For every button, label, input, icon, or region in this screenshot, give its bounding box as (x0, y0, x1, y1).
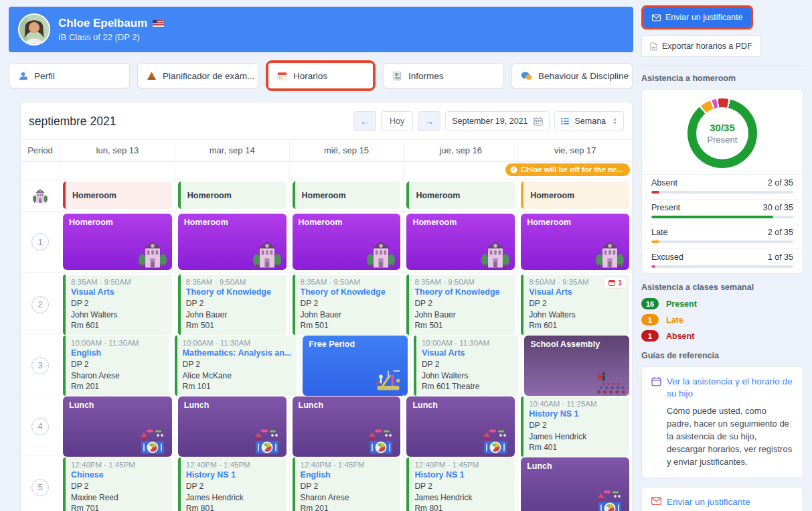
class-card[interactable]: 8:35AM - 9:50AMVisual ArtsDP 2John Walte… (63, 275, 172, 335)
class-group: DP 2 (71, 298, 167, 309)
subject-link[interactable]: Visual Arts (71, 287, 167, 297)
subject-link[interactable]: Mathematics: Analysis an... (183, 348, 292, 358)
class-card[interactable]: 12:40PM - 1:45PMHistory NS 1DP 2James He… (406, 457, 515, 511)
tab-horarios[interactable]: Horarios (268, 63, 373, 88)
event-card-lunch[interactable]: Lunch (406, 396, 515, 457)
class-room: Rm 501 (414, 320, 509, 332)
day-cell: 10:40AM - 11:25AMHistory NS 1DP 2James H… (517, 394, 632, 459)
event-card-lunch[interactable]: Lunch (521, 457, 629, 511)
envelope-icon (652, 14, 661, 21)
period-row-2: 28:35AM - 9:50AMVisual ArtsDP 2John Walt… (21, 272, 632, 333)
period-row-4: 4LunchLunchLunchLunch10:40AM - 11:25AMHi… (21, 394, 632, 455)
period-row-5: 512:40PM - 1:45PMChineseDP 2Maxine ReedR… (21, 455, 632, 511)
class-group: DP 2 (301, 298, 396, 309)
class-teacher: John Bauer (186, 309, 281, 321)
export-pdf-button[interactable]: Exportar horarios a PDF (641, 35, 761, 57)
class-time: 12:40PM - 1:45PM (414, 461, 509, 469)
date-picker[interactable]: September 19, 2021 (445, 111, 549, 131)
lunch-illustration (480, 429, 511, 455)
subject-link[interactable]: English (71, 348, 163, 358)
class-card[interactable]: 10:00AM - 11:30AMMathematics: Analysis a… (175, 336, 297, 396)
tab-label: Horarios (293, 71, 327, 81)
event-card-school-assembly[interactable]: School Assembly (524, 336, 629, 396)
off-notice-banner[interactable]: Chloe will be off for the ne... (505, 163, 630, 176)
class-time: 10:00AM - 11:30AM (422, 339, 513, 347)
day-cell: Lunch (517, 455, 632, 511)
send-excuse-button[interactable]: Enviar un justificante (643, 7, 751, 27)
event-card-homeroom[interactable]: Homeroom (178, 214, 287, 270)
prev-week-button[interactable]: ← (353, 111, 376, 131)
day-cell: Homeroom (60, 179, 175, 211)
event-card-lunch[interactable]: Lunch (63, 396, 172, 457)
period-number: 1 (31, 233, 49, 250)
event-card-homeroom[interactable]: Homeroom (406, 214, 515, 270)
class-card[interactable]: 8:50AM - 9:35AMVisual ArtsDP 2John Walte… (521, 275, 629, 335)
homeroom-status-card[interactable]: Homeroom (63, 181, 172, 209)
attendance-stat-present: Present30 of 35 (642, 199, 803, 224)
subject-link[interactable]: Theory of Knowledge (414, 287, 509, 297)
subject-link[interactable]: Theory of Knowledge (301, 287, 396, 297)
class-card[interactable]: 12:40PM - 1:45PMEnglishDP 2Sharon AreseR… (293, 457, 401, 511)
list-icon (561, 117, 570, 125)
calendar-glyph-icon (534, 117, 543, 126)
period-number: 4 (31, 418, 49, 435)
envelope-outline-icon (651, 497, 661, 508)
view-selector[interactable]: Semana ▲▼ (554, 111, 625, 131)
subject-link[interactable]: English (301, 470, 396, 480)
tab-label: Informes (408, 71, 444, 81)
attendance-badge[interactable]: 1 (604, 277, 627, 288)
view-stepper-icon[interactable]: ▲▼ (613, 117, 617, 125)
class-teacher: John Walters (529, 309, 624, 321)
attendance-stat-late: Late2 of 35 (642, 224, 803, 248)
today-button[interactable]: Hoy (381, 111, 413, 131)
event-card-lunch[interactable]: Lunch (178, 396, 287, 457)
class-group: DP 2 (529, 298, 624, 309)
subject-link[interactable]: History NS 1 (529, 409, 624, 419)
calendar-toolbar: septiembre 2021 ← Hoy → September 19, 20… (21, 102, 632, 139)
tab-behaviour-discipline[interactable]: Behaviour & Discipline (511, 63, 633, 88)
homeroom-status-card[interactable]: Homeroom (293, 181, 401, 209)
subject-link[interactable]: Theory of Knowledge (186, 287, 281, 297)
day-label: mié, sep 15 (289, 140, 404, 161)
subject-link[interactable]: Visual Arts (422, 348, 513, 358)
class-card[interactable]: 10:40AM - 11:25AMHistory NS 1DP 2James H… (521, 396, 629, 457)
event-card-lunch[interactable]: Lunch (293, 396, 401, 457)
class-card[interactable]: 8:35AM - 9:50AMTheory of KnowledgeDP 2Jo… (178, 275, 287, 335)
class-time: 12:40PM - 1:45PM (301, 461, 396, 469)
guide-link[interactable]: Ver la asistencia y el horario de su hij… (651, 376, 793, 400)
stat-bar (651, 265, 793, 268)
class-card[interactable]: 10:00AM - 11:30AMEnglishDP 2Sharon Arese… (63, 336, 169, 396)
schedule-grid: Periodlun, sep 13mar, sep 14mié, sep 15j… (21, 139, 632, 511)
homeroom-status-card[interactable]: Homeroom (178, 181, 287, 209)
subject-link[interactable]: History NS 1 (186, 470, 281, 480)
class-card[interactable]: 8:35AM - 9:50AMTheory of KnowledgeDP 2Jo… (406, 275, 515, 335)
class-time: 8:35AM - 9:50AM (301, 278, 396, 286)
next-week-button[interactable]: → (418, 111, 440, 131)
day-cell: 10:00AM - 11:30AMMathematics: Analysis a… (171, 334, 300, 398)
homeroom-status-card[interactable]: Homeroom (406, 181, 515, 209)
class-time: 12:40PM - 1:45PM (71, 461, 167, 469)
event-card-homeroom[interactable]: Homeroom (63, 214, 172, 270)
subject-link[interactable]: History NS 1 (414, 470, 509, 480)
class-card[interactable]: 12:40PM - 1:45PMChineseDP 2Maxine ReedRm… (63, 457, 172, 511)
event-card-homeroom[interactable]: Homeroom (293, 214, 401, 270)
subject-link[interactable]: Chinese (71, 470, 167, 480)
highlight-box: Horarios (266, 60, 376, 91)
class-card[interactable]: 8:35AM - 9:50AMTheory of KnowledgeDP 2Jo… (293, 275, 401, 335)
class-group: DP 2 (414, 481, 509, 492)
event-card-homeroom[interactable]: Homeroom (521, 214, 629, 270)
class-card[interactable]: 12:40PM - 1:45PMHistory NS 1DP 2James He… (178, 457, 287, 511)
event-card-free-period[interactable]: Free Period (303, 336, 408, 396)
day-cell: Free Period (299, 334, 410, 398)
guide-link[interactable]: Enviar un justificante (651, 496, 793, 508)
tab-planificador-de-ex-m[interactable]: Planificador de exám... (137, 63, 258, 88)
tab-perfil[interactable]: Perfil (9, 63, 130, 88)
tab-informes[interactable]: Informes (383, 63, 504, 88)
homeroom-attendance-title: Asistencia a homeroom (641, 74, 803, 83)
avatar[interactable] (18, 13, 50, 46)
homeroom-period-cell (21, 179, 60, 211)
class-time: 10:40AM - 11:25AM (529, 400, 624, 408)
subject-link[interactable]: Visual Arts (529, 287, 624, 297)
class-card[interactable]: 10:00AM - 11:30AMVisual ArtsDP 2John Wal… (414, 336, 519, 396)
homeroom-status-card[interactable]: Homeroom (521, 181, 629, 209)
